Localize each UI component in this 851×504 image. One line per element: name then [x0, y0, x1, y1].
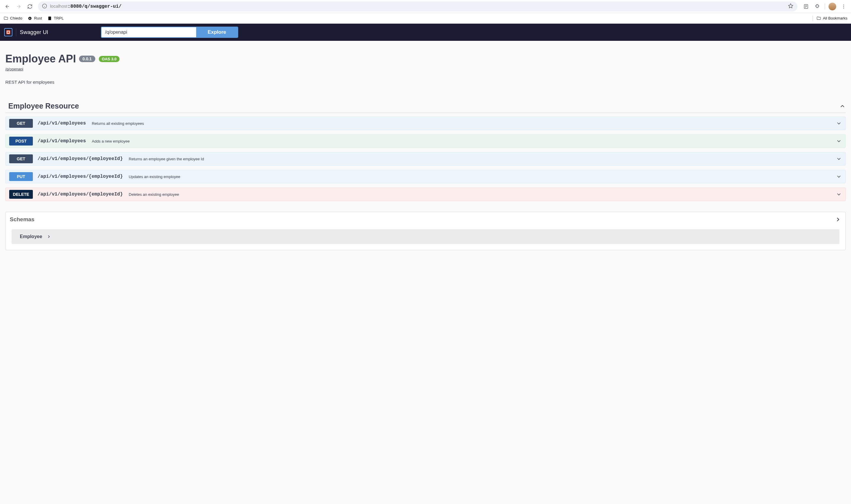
operation-path: /api/v1/employees/{employeeId} [38, 156, 123, 162]
svg-point-10 [843, 8, 844, 8]
api-title: Employee API 0.0.1 OAS 3.0 [5, 53, 120, 65]
swagger-brand-text: Swagger UI [20, 29, 48, 36]
site-info-icon[interactable] [42, 3, 47, 10]
http-method-badge: GET [9, 119, 33, 128]
http-method-badge: DELETE [9, 190, 33, 199]
forward-button[interactable] [14, 1, 24, 12]
operation-description: Returns all existing employees [92, 121, 831, 126]
separator [825, 4, 825, 9]
bookmarks-bar: Chiedo R Rust TRPL All Bookmarks [0, 13, 851, 24]
schema-item-employee[interactable]: Employee [12, 229, 839, 244]
bookmark-trpl[interactable]: TRPL [47, 16, 64, 21]
browser-toolbar: localhost:8080/q/swagger-ui/ [0, 0, 851, 13]
chevron-up-icon [839, 103, 846, 109]
operation-summary: POST /api/v1/employees Adds a new employ… [6, 134, 845, 148]
separator [813, 16, 813, 21]
operation-summary: GET /api/v1/employees/{employeeId} Retur… [6, 152, 845, 165]
separator [16, 29, 16, 36]
operation-summary: GET /api/v1/employees Returns all existi… [6, 117, 845, 130]
swagger-topbar: Swagger UI Explore [0, 24, 851, 41]
chevron-right-icon [835, 216, 841, 223]
oas-badge: OAS 3.0 [99, 56, 120, 62]
chevron-down-icon [836, 120, 842, 126]
svg-rect-13 [48, 17, 51, 20]
tag-section: Employee Resource GET /api/v1/employees … [5, 102, 846, 201]
version-badge: 0.0.1 [79, 56, 95, 62]
operation-description: Adds a new employee [92, 139, 831, 143]
bookmark-label: All Bookmarks [823, 16, 848, 20]
api-description: REST API for employees [5, 79, 846, 85]
operation-get--api-v1-employees[interactable]: GET /api/v1/employees Returns all existi… [5, 116, 846, 130]
rust-icon: R [28, 16, 32, 21]
chevron-down-icon [836, 138, 842, 144]
bookmark-label: Chiedo [10, 16, 22, 20]
extensions-icon[interactable] [812, 1, 822, 12]
swagger-logo[interactable]: Swagger UI [4, 28, 48, 36]
http-method-badge: POST [9, 137, 33, 145]
schemas-title: Schemas [10, 216, 832, 223]
http-method-badge: PUT [9, 172, 33, 181]
operation-put--api-v1-employees--employeeId-[interactable]: PUT /api/v1/employees/{employeeId} Updat… [5, 170, 846, 183]
svg-point-8 [843, 4, 844, 5]
bookmark-chiedo[interactable]: Chiedo [3, 16, 22, 21]
schemas-section: Schemas Employee [5, 212, 846, 250]
openapi-link[interactable]: /q/openapi [5, 67, 846, 71]
arrow-right-icon [16, 4, 21, 9]
folder-icon [816, 16, 821, 21]
openapi-url-input[interactable] [102, 27, 196, 37]
profile-avatar[interactable] [827, 1, 837, 12]
operation-path: /api/v1/employees/{employeeId} [38, 174, 123, 179]
operation-summary: PUT /api/v1/employees/{employeeId} Updat… [6, 170, 845, 183]
all-bookmarks[interactable]: All Bookmarks [816, 16, 848, 21]
chevron-down-icon [836, 174, 842, 180]
bookmark-label: TRPL [54, 16, 64, 20]
kebab-menu-icon[interactable] [838, 1, 849, 12]
http-method-badge: GET [9, 155, 33, 163]
svg-text:R: R [29, 17, 31, 19]
reader-mode-icon[interactable] [801, 1, 811, 12]
address-bar[interactable]: localhost:8080/q/swagger-ui/ [38, 1, 797, 12]
bookmark-star-icon[interactable] [788, 3, 793, 10]
operation-get--api-v1-employees--employeeId-[interactable]: GET /api/v1/employees/{employeeId} Retur… [5, 152, 846, 166]
reload-icon [27, 4, 33, 9]
tag-title: Employee Resource [5, 102, 839, 110]
explore-button[interactable]: Explore [196, 27, 237, 37]
operation-delete--api-v1-employees--employeeId-[interactable]: DELETE /api/v1/employees/{employeeId} De… [5, 187, 846, 201]
chevron-right-icon [47, 234, 51, 239]
operation-post--api-v1-employees[interactable]: POST /api/v1/employees Adds a new employ… [5, 134, 846, 148]
schemas-body: Employee [6, 227, 845, 250]
operation-path: /api/v1/employees [38, 139, 86, 144]
bookmark-rust[interactable]: R Rust [28, 16, 42, 21]
folder-icon [3, 16, 8, 21]
svg-marker-3 [788, 4, 793, 8]
arrow-left-icon [5, 4, 10, 9]
chevron-down-icon [836, 156, 842, 162]
api-header: Employee API 0.0.1 OAS 3.0 /q/openapi RE… [5, 53, 846, 85]
explore-form: Explore [101, 26, 238, 38]
schemas-header[interactable]: Schemas [6, 212, 845, 227]
operation-description: Returns an employee given the employee I… [129, 157, 831, 161]
reload-button[interactable] [25, 1, 35, 12]
operation-path: /api/v1/employees/{employeeId} [38, 192, 123, 197]
operation-description: Deletes an existing employee [129, 192, 831, 197]
svg-point-9 [843, 6, 844, 6]
logo-icon [4, 28, 13, 36]
operation-summary: DELETE /api/v1/employees/{employeeId} De… [6, 188, 845, 201]
tag-header[interactable]: Employee Resource [5, 102, 846, 113]
operation-list: GET /api/v1/employees Returns all existi… [5, 116, 846, 201]
back-button[interactable] [2, 1, 13, 12]
operation-description: Updates an existing employee [129, 175, 831, 179]
operation-path: /api/v1/employees [38, 121, 86, 126]
schema-name: Employee [20, 234, 42, 239]
bookmark-label: Rust [34, 16, 42, 20]
chevron-down-icon [836, 191, 842, 197]
url-text: localhost:8080/q/swagger-ui/ [50, 3, 122, 9]
avatar-icon [829, 3, 836, 10]
book-icon [47, 16, 52, 21]
swagger-page: Employee API 0.0.1 OAS 3.0 /q/openapi RE… [0, 41, 851, 504]
